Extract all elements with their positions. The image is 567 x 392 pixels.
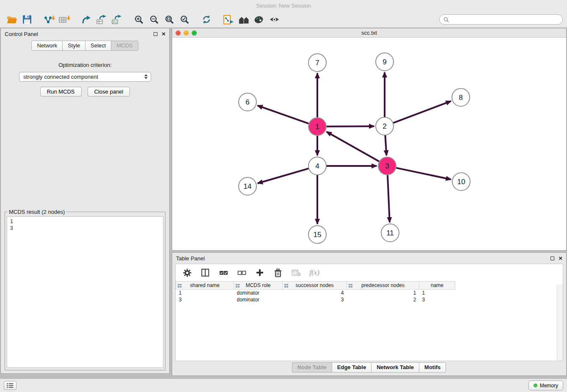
graph-node-14[interactable]: 14 xyxy=(239,177,256,195)
deselect-all-rows-button[interactable] xyxy=(236,267,247,278)
export-network-button[interactable] xyxy=(79,13,94,26)
zoom-in-button[interactable] xyxy=(131,13,146,26)
cell-mcds-role: dominator xyxy=(234,290,283,296)
window-zoom-button[interactable]: + xyxy=(192,30,197,36)
table-row[interactable]: 1 dominator 4 1 1 xyxy=(176,290,455,296)
graph-edge-3-1[interactable] xyxy=(327,132,380,161)
application-window: Session: New Session xyxy=(0,0,567,392)
graph-node-4[interactable]: 4 xyxy=(308,157,326,175)
import-table-button[interactable] xyxy=(57,13,72,26)
save-session-button[interactable] xyxy=(19,13,35,26)
refresh-button[interactable] xyxy=(199,13,214,26)
zoom-fit-button[interactable] xyxy=(162,13,177,26)
window-title: Session: New Session xyxy=(256,3,311,9)
tab-mcds[interactable]: MCDS xyxy=(111,41,138,51)
search-input[interactable] xyxy=(451,17,559,23)
tab-edge-table[interactable]: Edge Table xyxy=(332,362,372,373)
tab-node-table[interactable]: Node Table xyxy=(292,362,332,373)
plus-icon xyxy=(256,269,264,276)
svg-text:2: 2 xyxy=(383,122,386,130)
svg-text:3: 3 xyxy=(385,162,389,170)
mcds-result-list: 1 3 xyxy=(7,216,163,368)
gear-icon xyxy=(183,268,192,277)
function-builder-button[interactable]: f(x) xyxy=(309,267,320,278)
zoom-out-button[interactable] xyxy=(146,13,162,26)
graph-edge-3-10[interactable] xyxy=(396,168,451,179)
style-palette-icon xyxy=(254,15,264,24)
graph-node-2[interactable]: 2 xyxy=(376,117,394,135)
zoom-fit-icon xyxy=(165,15,174,24)
tab-network[interactable]: Network xyxy=(31,41,63,51)
table-settings-button[interactable] xyxy=(182,267,193,278)
graph-node-11[interactable]: 11 xyxy=(381,224,399,242)
cell-shared-name: 3 xyxy=(176,296,234,303)
column-header-mcds-role[interactable]: MCDS role xyxy=(234,282,283,290)
search-icon xyxy=(443,17,449,22)
show-columns-button[interactable] xyxy=(200,267,211,278)
network-window-title: scc.txt xyxy=(361,30,377,36)
zoom-in-icon xyxy=(134,15,143,24)
graph-node-9[interactable]: 9 xyxy=(376,53,394,71)
svg-text:15: 15 xyxy=(314,231,322,239)
search-box[interactable] xyxy=(439,14,563,25)
window-close-button[interactable]: × xyxy=(176,30,181,36)
graph-edge-3-11[interactable] xyxy=(388,175,390,222)
optimization-criterion-select[interactable]: strongly connected component xyxy=(19,72,151,82)
tab-motifs[interactable]: Motifs xyxy=(419,362,446,373)
memory-label: Memory xyxy=(540,383,558,389)
optimization-criterion-label: Optimization criterion: xyxy=(1,62,169,68)
select-all-rows-button[interactable] xyxy=(218,267,229,278)
network-canvas[interactable]: 7968124314101511 xyxy=(172,38,566,250)
tab-style[interactable]: Style xyxy=(62,41,85,51)
float-panel-icon[interactable] xyxy=(154,32,157,36)
table-toolbar: f(x) xyxy=(176,264,563,281)
network-overview-button[interactable] xyxy=(221,13,236,26)
column-header-name[interactable]: name xyxy=(419,282,455,290)
delete-table-button[interactable] xyxy=(291,267,302,278)
result-line: 3 xyxy=(10,225,160,232)
control-panel: Control Panel × Network Style Select MCD… xyxy=(0,28,170,374)
trash-icon xyxy=(274,268,282,277)
delete-column-button[interactable] xyxy=(272,267,284,278)
graph-node-1[interactable]: 1 xyxy=(308,118,326,135)
table-scrollbar[interactable] xyxy=(557,284,563,361)
select-all-icon xyxy=(219,270,228,276)
graph-edge-1-2[interactable] xyxy=(326,126,374,127)
layout-button[interactable] xyxy=(236,13,251,26)
graph-node-3[interactable]: 3 xyxy=(378,157,396,175)
import-network-button[interactable] xyxy=(41,13,57,26)
graph-edge-1-6[interactable] xyxy=(258,105,309,124)
run-mcds-button[interactable]: Run MCDS xyxy=(40,87,82,97)
control-panel-header: Control Panel × xyxy=(1,28,169,39)
apply-style-button[interactable] xyxy=(251,13,267,26)
tab-network-table[interactable]: Network Table xyxy=(371,362,419,373)
graph-node-15[interactable]: 15 xyxy=(308,226,326,243)
column-header-predecessor-nodes[interactable]: predecessor nodes xyxy=(347,282,419,290)
graph-edge-2-3[interactable] xyxy=(385,135,386,155)
window-minimize-button[interactable]: – xyxy=(184,30,189,36)
task-history-button[interactable] xyxy=(4,381,17,390)
tab-select[interactable]: Select xyxy=(85,41,111,51)
graph-edge-2-8[interactable] xyxy=(393,101,451,123)
close-panel-button[interactable]: Close panel xyxy=(88,87,130,97)
cell-name: 3 xyxy=(419,296,455,303)
column-header-shared-name[interactable]: shared name xyxy=(176,282,234,290)
table-row[interactable]: 3 dominator 3 2 3 xyxy=(176,296,455,303)
graph-node-6[interactable]: 6 xyxy=(239,93,256,111)
zoom-selected-button[interactable] xyxy=(177,13,192,26)
export-image-button[interactable] xyxy=(109,13,124,26)
close-table-panel-icon[interactable]: × xyxy=(559,256,562,261)
graph-node-10[interactable]: 10 xyxy=(452,173,470,190)
graph-node-7[interactable]: 7 xyxy=(308,54,326,72)
export-table-button[interactable] xyxy=(94,13,109,26)
close-panel-icon[interactable]: × xyxy=(162,31,165,36)
fx-icon: f(x) xyxy=(309,268,319,277)
graph-edge-4-14[interactable] xyxy=(258,168,309,183)
memory-button[interactable]: Memory xyxy=(528,381,563,390)
graph-node-8[interactable]: 8 xyxy=(452,88,470,106)
add-column-button[interactable] xyxy=(254,267,265,278)
column-header-successor-nodes[interactable]: successor nodes xyxy=(283,282,347,290)
show-hide-button[interactable] xyxy=(267,13,282,26)
open-session-button[interactable] xyxy=(4,13,19,26)
float-table-panel-icon[interactable] xyxy=(550,257,554,260)
